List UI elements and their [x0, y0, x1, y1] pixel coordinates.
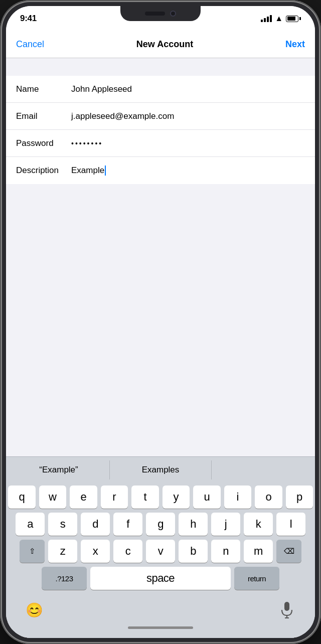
- bottom-bar: 😊: [6, 596, 315, 638]
- signal-bar-4: [270, 15, 272, 22]
- autocomplete-item-0[interactable]: “Example”: [8, 460, 109, 479]
- signal-bar-3: [267, 17, 269, 22]
- return-key[interactable]: return: [234, 567, 279, 590]
- mic-icon: [280, 601, 294, 618]
- page-title: New Account: [136, 39, 193, 50]
- key-row-4: .?123 space return: [8, 567, 313, 590]
- key-u[interactable]: u: [193, 486, 221, 509]
- password-value[interactable]: ••••••••: [71, 139, 305, 147]
- key-row-3: ⇧ z x c v b n m ⌫: [8, 540, 313, 563]
- key-e[interactable]: e: [70, 486, 97, 509]
- notch-camera: [170, 11, 176, 17]
- status-icons: ▲: [261, 14, 301, 23]
- battery-icon: [286, 16, 301, 22]
- key-a[interactable]: a: [16, 513, 45, 536]
- status-time: 9:41: [20, 14, 37, 24]
- form-row-password[interactable]: Password ••••••••: [6, 130, 315, 157]
- key-row-1: q w e r t y u i o p: [8, 486, 313, 509]
- svg-rect-0: [284, 602, 289, 611]
- empty-area: [6, 184, 315, 456]
- keyboard: q w e r t y u i o p a s d f g: [6, 482, 315, 596]
- key-x[interactable]: x: [81, 540, 110, 563]
- key-f[interactable]: f: [113, 513, 142, 536]
- key-g[interactable]: g: [146, 513, 175, 536]
- notch: [120, 6, 201, 21]
- key-v[interactable]: v: [146, 540, 175, 563]
- key-s[interactable]: s: [48, 513, 77, 536]
- key-n[interactable]: n: [211, 540, 240, 563]
- form-row-email[interactable]: Email j.appleseed@example.com: [6, 103, 315, 130]
- key-p[interactable]: p: [286, 486, 313, 509]
- key-m[interactable]: m: [244, 540, 273, 563]
- signal-bar-1: [261, 20, 263, 22]
- signal-bar-2: [264, 18, 266, 22]
- key-q[interactable]: q: [8, 486, 36, 509]
- description-value[interactable]: Example: [71, 166, 305, 176]
- key-y[interactable]: y: [163, 486, 190, 509]
- key-row-2: a s d f g h j k l: [8, 513, 313, 536]
- autocomplete-item-empty: [212, 460, 313, 479]
- key-j[interactable]: j: [211, 513, 240, 536]
- emoji-button[interactable]: 😊: [26, 602, 42, 618]
- key-k[interactable]: k: [244, 513, 273, 536]
- key-t[interactable]: t: [131, 486, 159, 509]
- email-value[interactable]: j.appleseed@example.com: [71, 111, 305, 121]
- keyboard-container: “Example” Examples q w e r t y u: [6, 456, 315, 638]
- key-z[interactable]: z: [48, 540, 77, 563]
- autocomplete-item-1[interactable]: Examples: [109, 460, 212, 479]
- text-cursor: [105, 166, 106, 176]
- name-value[interactable]: John Appleseed: [71, 84, 305, 94]
- numbers-key[interactable]: .?123: [42, 567, 87, 590]
- delete-key[interactable]: ⌫: [276, 540, 301, 563]
- key-i[interactable]: i: [224, 486, 252, 509]
- emoji-icon: 😊: [26, 602, 43, 618]
- name-label: Name: [16, 84, 71, 94]
- phone-frame: 9:41 ▲ Cancel New Accoun: [0, 0, 321, 644]
- space-key[interactable]: space: [90, 567, 231, 590]
- mic-button[interactable]: [279, 602, 295, 618]
- email-label: Email: [16, 111, 71, 121]
- key-h[interactable]: h: [179, 513, 208, 536]
- screen: 9:41 ▲ Cancel New Accoun: [6, 6, 315, 638]
- key-o[interactable]: o: [255, 486, 282, 509]
- section-gap: [6, 58, 315, 76]
- signal-bars-icon: [261, 15, 272, 22]
- autocomplete-bar: “Example” Examples: [6, 456, 315, 482]
- key-l[interactable]: l: [276, 513, 305, 536]
- shift-key[interactable]: ⇧: [20, 540, 45, 563]
- form-row-name[interactable]: Name John Appleseed: [6, 76, 315, 103]
- nav-bar: Cancel New Account Next: [6, 31, 315, 58]
- notch-sensor: [145, 12, 165, 16]
- key-w[interactable]: w: [39, 486, 67, 509]
- key-d[interactable]: d: [81, 513, 110, 536]
- password-label: Password: [16, 138, 71, 148]
- key-b[interactable]: b: [179, 540, 208, 563]
- key-c[interactable]: c: [113, 540, 142, 563]
- form-section: Name John Appleseed Email j.appleseed@ex…: [6, 76, 315, 184]
- home-indicator: [128, 626, 193, 629]
- next-button[interactable]: Next: [285, 39, 305, 50]
- description-label: Description: [16, 166, 71, 176]
- wifi-icon: ▲: [275, 14, 283, 23]
- key-r[interactable]: r: [101, 486, 128, 509]
- form-row-description[interactable]: Description Example: [6, 157, 315, 184]
- cancel-button[interactable]: Cancel: [16, 39, 44, 50]
